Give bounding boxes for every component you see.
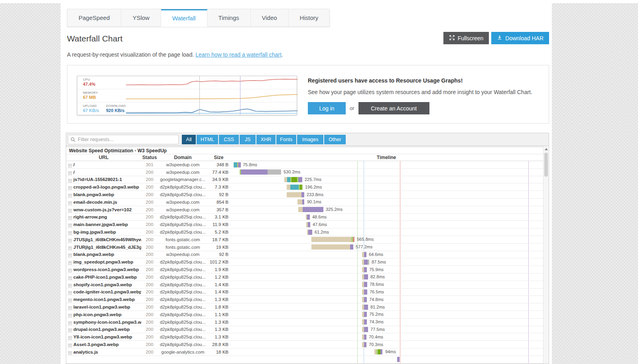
- expander-icon[interactable]: +: [68, 269, 72, 272]
- timeline-bar-tan[interactable]: [287, 192, 301, 197]
- filter-button-other[interactable]: Other: [324, 135, 346, 144]
- timeline-bar-purple[interactable]: [380, 349, 382, 354]
- table-row[interactable]: +cake-PHP-icon1.pngw3.webp200d2pk8plgu82…: [66, 273, 543, 281]
- tab-history[interactable]: History: [289, 9, 330, 26]
- table-row[interactable]: +/301w3speedup.com348 B75.8ms: [66, 161, 543, 169]
- expander-icon[interactable]: +: [68, 246, 72, 250]
- timeline-bar-purple[interactable]: [364, 312, 367, 317]
- timeline-bar-gray[interactable]: [268, 169, 281, 175]
- timeline-bar-purple[interactable]: [303, 207, 323, 212]
- filter-button-html[interactable]: HTML: [197, 135, 218, 144]
- timeline-bar-darkgreen[interactable]: [291, 177, 297, 182]
- column-header-status[interactable]: Status: [141, 154, 158, 161]
- table-row[interactable]: +Asset-3.pngw3.webp200d2pk8plgu825qi.clo…: [66, 341, 543, 348]
- timeline-bar-tan[interactable]: [284, 177, 287, 182]
- table-row[interactable]: +shopify-icon1.pngw3.webp200d2pk8plgu825…: [66, 281, 543, 289]
- timeline-bar-purple[interactable]: [301, 192, 304, 197]
- timeline-bar-purple[interactable]: [364, 274, 368, 279]
- filter-button-js[interactable]: JS: [240, 135, 256, 144]
- timeline-bar-purple[interactable]: [364, 289, 367, 295]
- expander-icon[interactable]: +: [68, 329, 72, 332]
- filter-button-fonts[interactable]: Fonts: [276, 135, 296, 144]
- table-row[interactable]: +analytics.js200google-analytics.com18 K…: [66, 348, 543, 356]
- timeline-bar-purple[interactable]: [397, 357, 400, 362]
- timeline-bar-purple[interactable]: [241, 169, 268, 175]
- table-row[interactable]: +wordpress-icon1.pngw3.webp200d2pk8plgu8…: [66, 266, 543, 273]
- table-row[interactable]: +js?id=UA-155628021-1200googletagmanager…: [66, 176, 543, 184]
- expander-icon[interactable]: +: [68, 171, 72, 175]
- waterfall-help-link[interactable]: Learn how to read a waterfall chart: [195, 51, 282, 58]
- timeline-bar-purple[interactable]: [364, 282, 367, 287]
- expander-icon[interactable]: +: [68, 314, 72, 317]
- expander-icon[interactable]: +: [68, 344, 72, 347]
- expander-icon[interactable]: +: [68, 186, 72, 190]
- timeline-bar-gray[interactable]: [368, 260, 369, 265]
- scrollbar-thumb[interactable]: [544, 153, 548, 177]
- column-header-url[interactable]: URL: [66, 154, 141, 161]
- expander-icon[interactable]: +: [68, 216, 72, 220]
- expander-icon[interactable]: +: [68, 164, 72, 167]
- expander-icon[interactable]: +: [68, 209, 72, 212]
- table-row[interactable]: +code-igniter-icon1.pngw3.webp200d2pk8pl…: [66, 289, 543, 296]
- filter-button-xhr[interactable]: XHR: [256, 135, 276, 144]
- expander-icon[interactable]: +: [68, 224, 72, 227]
- filter-button-all[interactable]: All: [182, 135, 196, 144]
- column-header-domain[interactable]: Domain: [158, 154, 208, 161]
- timeline-bar-purple[interactable]: [364, 319, 367, 325]
- table-row[interactable]: +megento-icon1.pngw3.webp200d2pk8plgu825…: [66, 296, 543, 303]
- timeline-bar-teal[interactable]: [287, 177, 290, 182]
- tab-yslow[interactable]: YSlow: [121, 9, 161, 26]
- timeline-bar-purple[interactable]: [238, 162, 241, 167]
- tab-waterfall[interactable]: Waterfall: [161, 9, 207, 27]
- table-row[interactable]: [66, 356, 543, 364]
- timeline-bar-purple[interactable]: [364, 327, 368, 332]
- create-account-button[interactable]: Create an Account: [358, 102, 429, 114]
- table-row[interactable]: +laravel-icon1.pngw3.webp200d2pk8plgu825…: [66, 303, 543, 311]
- table-row[interactable]: +drupal-icon1.pngw3.webp200d2pk8plgu825q…: [66, 326, 543, 334]
- filter-button-images[interactable]: Images: [297, 135, 323, 144]
- table-row[interactable]: +symphony-Icon-icon1.pngw3.webp200d2pk8p…: [66, 319, 543, 326]
- expander-icon[interactable]: +: [68, 276, 72, 280]
- timeline-bar-teal[interactable]: [290, 185, 299, 190]
- fullscreen-button[interactable]: Fullscreen: [443, 32, 489, 44]
- timeline-bar-purple[interactable]: [364, 267, 367, 272]
- timeline-bar-lightgreen[interactable]: [302, 185, 303, 190]
- tab-pagespeed[interactable]: PageSpeed: [67, 9, 121, 26]
- timeline-bar-purple[interactable]: [350, 244, 353, 250]
- timeline-bar-purple[interactable]: [308, 222, 310, 227]
- timeline-bar-purple[interactable]: [364, 342, 366, 347]
- timeline-bar-purple[interactable]: [364, 260, 368, 265]
- tab-video[interactable]: Video: [251, 9, 289, 26]
- table-row[interactable]: +wnw-custom-js.js?ver=102200w3speedup.co…: [66, 206, 543, 214]
- table-row[interactable]: +main-banner.jpgw3.webp200d2pk8plgu825qi…: [66, 221, 543, 228]
- column-header-size[interactable]: Size: [208, 154, 230, 161]
- login-button[interactable]: Log in: [308, 102, 346, 114]
- table-row[interactable]: +php-icon.pngw3.webp200d2pk8plgu825qi.cl…: [66, 311, 543, 319]
- expander-icon[interactable]: +: [68, 261, 72, 265]
- download-har-button[interactable]: Download HAR: [491, 32, 549, 44]
- table-row[interactable]: +JTURjIg1_i6t8kCHKm45_dJE3gn...200fonts.…: [66, 244, 543, 251]
- table-row[interactable]: +bg-img.jpgw3.webp200d2pk8plgu825qi.clou…: [66, 228, 543, 236]
- timeline-bar-tan[interactable]: [297, 199, 302, 205]
- timeline-bar-tan[interactable]: [298, 207, 303, 212]
- timeline-bar-salmon[interactable]: [353, 237, 354, 242]
- table-row[interactable]: +email-decode.min.js200w3speedup.com854 …: [66, 199, 543, 206]
- expander-icon[interactable]: +: [68, 254, 72, 257]
- timeline-bar-teal[interactable]: [234, 162, 237, 167]
- expander-icon[interactable]: +: [68, 299, 72, 302]
- timeline-bar-purple[interactable]: [364, 297, 367, 302]
- expander-icon[interactable]: +: [68, 336, 72, 340]
- timeline-bar-purple[interactable]: [308, 230, 312, 235]
- table-row[interactable]: +cropped-w3-logo.pngw3.webp200d2pk8plgu8…: [66, 183, 543, 191]
- table-row[interactable]: +blank.pngw3.webp200w3speedup.com92 B64.…: [66, 251, 543, 259]
- tab-timings[interactable]: Timings: [207, 9, 251, 26]
- expander-icon[interactable]: +: [68, 291, 72, 295]
- timeline-bar-purple[interactable]: [307, 214, 310, 220]
- expander-icon[interactable]: +: [68, 239, 72, 242]
- timeline-bar-tan[interactable]: [311, 237, 351, 242]
- table-row[interactable]: +YII-icon-icon1.pngw3.webp200d2pk8plgu82…: [66, 333, 543, 341]
- expander-icon[interactable]: +: [68, 321, 72, 325]
- expander-icon[interactable]: +: [68, 351, 72, 355]
- expander-icon[interactable]: +: [68, 179, 72, 183]
- table-row[interactable]: +JTUSjIg1_i6t8kCHKm459WIhyw....200fonts.…: [66, 236, 543, 244]
